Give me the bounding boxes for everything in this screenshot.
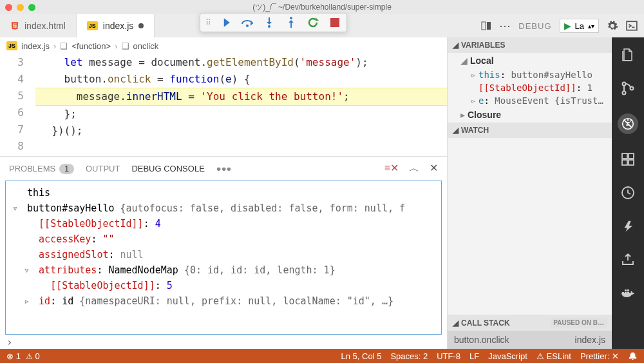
svg-point-7 [623, 83, 626, 86]
chevron-right-icon: › [53, 41, 56, 51]
code-editor[interactable]: 345678 let message = document.getElement… [0, 54, 447, 156]
tab-debug-console[interactable]: DEBUG CONSOLE [131, 164, 204, 173]
console-line[interactable]: ▿ attributes: NamedNodeMap {0: id, id: i… [12, 262, 435, 278]
debug-icon[interactable] [618, 113, 638, 134]
variables-header[interactable]: ◢VARIABLES [448, 37, 612, 53]
console-line[interactable]: accessKey: "" [12, 231, 435, 247]
config-name: La [575, 21, 584, 31]
notifications-icon[interactable]: 🔔︎ [628, 351, 638, 362]
indent-setting[interactable]: Spaces: 2 [390, 351, 428, 361]
console-line[interactable]: this [12, 185, 435, 201]
html-icon [10, 21, 19, 30]
variable-row[interactable]: ▹e: MouseEvent {isTrust… [448, 94, 612, 107]
timeline-icon[interactable] [620, 184, 636, 201]
breadcrumb[interactable]: JS index.js › ❑ <function> › ❑ onclick [0, 37, 447, 54]
console-line[interactable]: ▿ button#sayHello {autofocus: false, dis… [12, 201, 435, 216]
cursor-position[interactable]: Ln 5, Col 5 [341, 351, 382, 361]
line-number[interactable]: 3 [0, 54, 24, 71]
code-line[interactable]: }; [35, 106, 447, 123]
more-icon[interactable]: ⋯ [499, 19, 511, 33]
restart-button[interactable] [307, 16, 319, 29]
code-line[interactable]: let message = document.getElementById('m… [35, 54, 447, 71]
share-icon[interactable] [620, 251, 636, 268]
line-number[interactable]: 8 [0, 138, 24, 155]
debug-console-output[interactable]: this▿ button#sayHello {autofocus: false,… [5, 181, 442, 335]
step-out-button[interactable] [285, 16, 298, 29]
maximize-window-button[interactable] [28, 4, 35, 11]
activity-bar [612, 37, 644, 349]
eslint-status[interactable]: ⚠ ESLint [536, 351, 571, 361]
step-over-button[interactable] [241, 16, 254, 29]
step-into-button[interactable] [263, 16, 276, 29]
line-number[interactable]: 4 [0, 71, 24, 88]
symbol-icon: ❑ [122, 41, 129, 51]
tab-output[interactable]: OUTPUT [86, 164, 120, 173]
prettier-status[interactable]: Prettier: ✕ [580, 351, 619, 361]
variable-row[interactable]: [[StableObjectId]]: 1 [448, 81, 612, 94]
code-line[interactable] [35, 139, 447, 156]
clear-console-icon[interactable]: ≡✕ [384, 162, 399, 175]
explorer-icon[interactable] [620, 46, 636, 63]
breadcrumb-part[interactable]: <function> [71, 41, 111, 51]
svg-point-8 [623, 92, 626, 95]
console-line[interactable]: ▹ id: id {namespaceURI: null, prefix: nu… [12, 293, 435, 309]
svg-rect-19 [625, 289, 627, 291]
line-number[interactable]: 7 [0, 121, 24, 138]
svg-rect-14 [629, 160, 634, 165]
code-line[interactable]: message.innerHTML = 'You click the butto… [35, 88, 447, 106]
stop-button[interactable] [328, 16, 341, 29]
close-window-button[interactable] [5, 4, 12, 11]
breadcrumb-part[interactable]: onclick [133, 41, 159, 51]
window-title: (ツ)_/¯ ~/Dev/burkeholland/super-simple [252, 2, 392, 13]
svg-rect-1 [487, 22, 491, 30]
collapse-icon[interactable]: ︿ [409, 162, 419, 175]
watch-header[interactable]: ◢WATCH [448, 123, 612, 138]
drag-handle-icon[interactable]: ⠿ [205, 18, 210, 27]
gear-icon[interactable] [607, 20, 618, 32]
debug-toolbar[interactable]: ⠿ [200, 13, 347, 32]
breadcrumb-file[interactable]: index.js [21, 41, 50, 51]
svg-rect-6 [330, 18, 339, 27]
debug-config-selector[interactable]: ▶ La ▴▾ [560, 19, 599, 33]
stack-frame[interactable]: button.onclick index.js [448, 331, 612, 349]
close-panel-icon[interactable]: ✕ [430, 162, 438, 175]
variable-row[interactable]: ▹this: button#sayHello [448, 68, 612, 81]
console-line[interactable]: [[StableObjectId]]: 4 [12, 216, 435, 231]
statusbar: ⊗ 1 ⚠ 0 Ln 5, Col 5 Spaces: 2 UTF-8 LF J… [0, 349, 644, 363]
scope-header[interactable]: ◢ Local [448, 53, 612, 68]
code-line[interactable]: button.onclick = function(e) { [35, 71, 447, 88]
console-line[interactable]: assignedSlot: null [12, 247, 435, 262]
code-line[interactable]: })(); [35, 123, 447, 139]
warning-count[interactable]: ⚠ 0 [26, 351, 40, 361]
svg-point-9 [630, 87, 634, 90]
tab-problems[interactable]: PROBLEMS 1 [9, 164, 74, 174]
encoding[interactable]: UTF-8 [437, 351, 460, 361]
svg-rect-11 [622, 153, 627, 159]
line-number[interactable]: 5 [0, 88, 24, 104]
svg-point-3 [246, 25, 249, 27]
extensions-icon[interactable] [620, 151, 636, 168]
azure-icon[interactable] [620, 218, 636, 235]
dirty-indicator [138, 23, 144, 28]
language-mode[interactable]: JavaScript [488, 351, 527, 361]
tab-index-html[interactable]: index.html [0, 14, 77, 37]
line-number[interactable]: 6 [0, 104, 24, 121]
tab-index-js[interactable]: JS index.js [77, 14, 155, 37]
more-icon[interactable]: ●●● [216, 164, 232, 173]
docker-icon[interactable] [620, 285, 636, 302]
continue-button[interactable] [219, 16, 232, 29]
eol[interactable]: LF [469, 351, 479, 361]
console-prompt[interactable]: › [0, 335, 447, 349]
debug-label: DEBUG [518, 21, 551, 31]
console-line[interactable]: [[StableObjectId]]: 5 [12, 278, 435, 293]
error-count[interactable]: ⊗ 1 [6, 351, 21, 361]
js-icon: JS [87, 21, 98, 30]
debug-console-icon[interactable] [626, 20, 638, 32]
bottom-panel: PROBLEMS 1 OUTPUT DEBUG CONSOLE ●●● ≡✕ ︿… [0, 156, 447, 349]
call-stack-header[interactable]: ◢CALL STACK PAUSED ON B… [448, 315, 612, 331]
scope-header[interactable]: ▸ Closure [448, 107, 612, 123]
source-control-icon[interactable] [620, 80, 636, 97]
svg-point-4 [268, 25, 270, 28]
minimize-window-button[interactable] [17, 4, 24, 11]
split-editor-icon[interactable] [481, 21, 491, 31]
